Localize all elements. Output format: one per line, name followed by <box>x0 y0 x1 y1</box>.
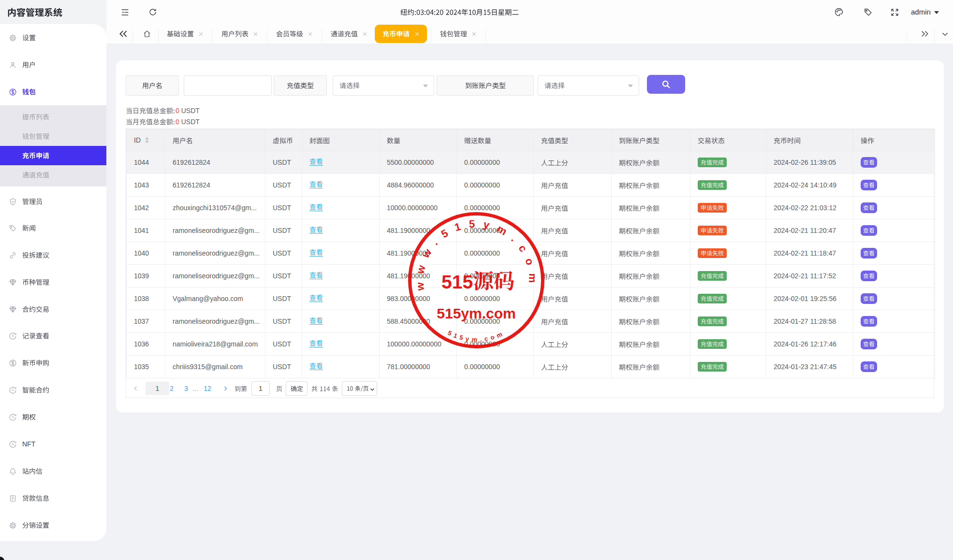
svg-text:515ym.com: 515ym.com <box>447 329 506 343</box>
svg-text:515ym.com: 515ym.com <box>437 305 515 321</box>
svg-text:515: 515 <box>441 272 473 292</box>
